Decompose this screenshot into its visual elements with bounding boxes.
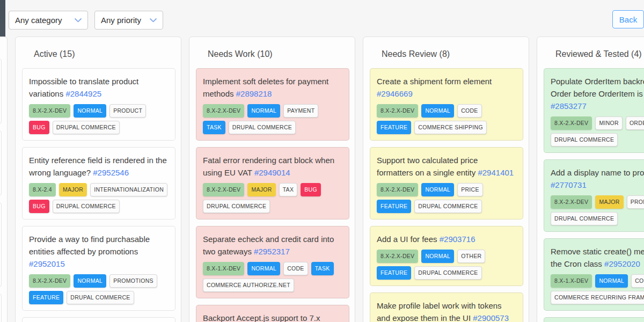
card-title: Populate OrderItem backreference to Orde… xyxy=(551,75,644,112)
issue-card[interactable]: Impossible to translate product variatio… xyxy=(22,68,175,141)
filter-category-value: Any category xyxy=(15,16,62,25)
kanban-board: Active (15)Impossible to translate produ… xyxy=(0,36,644,322)
chevron-down-icon xyxy=(150,18,157,23)
filter-priority-value: Any priority xyxy=(101,16,141,25)
issue-card[interactable]: Add a display name to promotions #277073… xyxy=(544,159,644,232)
tag-price: PRICE xyxy=(457,183,483,196)
tag-8-x-2-x-dev: 8.X-2.X-DEV xyxy=(29,274,70,288)
tag-minor: MINOR xyxy=(595,116,623,130)
card-title: Fatal error rendering cart block when us… xyxy=(203,154,342,179)
tag-list: 8.X-2.X-DEVNORMALOTHERFEATUREDRUPAL COMM… xyxy=(377,250,516,280)
issue-card[interactable]: Create a shipment form element #29466698… xyxy=(370,68,523,141)
issue-link[interactable]: #2952015 xyxy=(29,259,65,268)
tag-code: CODE xyxy=(631,274,644,288)
tag-drupal-commerce: DRUPAL COMMERCE xyxy=(551,212,618,225)
tag-8-x-2-x-dev: 8.X-2.X-DEV xyxy=(377,104,418,118)
card-title: Remove static create() method from the C… xyxy=(551,245,644,270)
tag-task: TASK xyxy=(311,262,334,275)
kanban-column-partial xyxy=(0,36,8,322)
tag-payment: PAYMENT xyxy=(283,104,318,118)
chevron-down-icon xyxy=(75,18,82,23)
tag-bug: BUG xyxy=(301,183,321,196)
tag-normal: NORMAL xyxy=(595,274,628,288)
tag-8-x-2-x-dev: 8.X-2.X-DEV xyxy=(551,195,592,209)
tag-8-x-2-x-dev: 8.X-2.X-DEV xyxy=(29,104,70,118)
issue-link[interactable]: #2946669 xyxy=(377,89,413,98)
tag-commerce-authorize-net: COMMERCE AUTHORIZE.NET xyxy=(203,279,294,292)
tag-bug: BUG xyxy=(29,200,49,213)
issue-link[interactable]: #2952317 xyxy=(254,247,290,256)
issue-card[interactable]: Support two calculated price formatters … xyxy=(370,147,523,219)
tag-list: 8.X-2.X-DEVMAJORPROMOTIONSDRUPAL COMMERC… xyxy=(551,195,644,225)
tag-code: CODE xyxy=(457,104,482,118)
issue-link[interactable]: #2900573 xyxy=(473,313,509,322)
issue-link[interactable]: #2941401 xyxy=(478,168,514,177)
tag-8-x-2-4: 8.X-2.4 xyxy=(29,183,56,196)
tag-internationalization: INTERNATIONALIZATION xyxy=(90,183,167,196)
issue-link[interactable]: #2949014 xyxy=(254,168,290,177)
tag-major: MAJOR xyxy=(595,195,623,209)
tag-product: PRODUCT xyxy=(109,104,146,118)
issue-link[interactable]: #2844925 xyxy=(65,89,101,98)
tag-major: MAJOR xyxy=(247,183,275,196)
issue-card[interactable] xyxy=(0,130,2,196)
tag-list: 8.X-2.X-DEVMINORORDERTASKDRUPAL COMMERCE xyxy=(551,116,644,147)
card-title: Separate echeck and credit card into two… xyxy=(203,233,342,258)
kanban-column-needs-work: Needs Work (10)Implement soft deletes fo… xyxy=(189,36,355,322)
issue-card[interactable]: Provide a way to find purchasable entiti… xyxy=(22,226,175,311)
column-title: Active (15) xyxy=(16,37,181,68)
issue-card[interactable]: Provide a script to install a xyxy=(544,317,644,322)
tag-task: TASK xyxy=(203,121,225,134)
tag-tax: TAX xyxy=(279,183,298,196)
tag-normal: NORMAL xyxy=(247,104,280,118)
issue-card[interactable]: Backport Accept.js support to 7.x branch… xyxy=(196,305,349,322)
issue-card[interactable]: Add branding fields to store entity xyxy=(22,317,175,322)
tag-code: CODE xyxy=(283,262,308,275)
filter-priority-select[interactable]: Any priority xyxy=(94,11,163,30)
kanban-column-needs-review: Needs Review (8)Create a shipment form e… xyxy=(363,36,529,322)
tag-list: 8.X-2.X-DEVNORMALPAYMENTTASKDRUPAL COMME… xyxy=(203,104,342,134)
tag-feature: FEATURE xyxy=(377,200,411,213)
card-title: Add a UI for fees #2903716 xyxy=(377,233,516,245)
card-title: Add a display name to promotions #277073… xyxy=(551,166,644,191)
card-title: Make profile label work with tokens and … xyxy=(377,299,516,322)
issue-card[interactable] xyxy=(0,294,2,322)
tag-normal: NORMAL xyxy=(421,183,454,196)
tag-feature: FEATURE xyxy=(377,121,411,134)
tag-major: MAJOR xyxy=(59,183,87,196)
issue-link[interactable]: #2853277 xyxy=(551,101,587,111)
issue-card[interactable]: Add a UI for fees #29037168.X-2.X-DEVNOR… xyxy=(370,226,523,286)
issue-card[interactable] xyxy=(0,202,2,287)
issue-card[interactable]: Populate OrderItem backreference to Orde… xyxy=(544,68,644,153)
issue-link[interactable]: #2903716 xyxy=(440,235,475,244)
issue-link[interactable]: #2898218 xyxy=(236,89,272,98)
issue-card[interactable] xyxy=(0,58,2,124)
card-title: Provide a way to find purchasable entiti… xyxy=(29,233,169,270)
column-title: Needs Work (10) xyxy=(189,37,355,68)
tag-drupal-commerce: DRUPAL COMMERCE xyxy=(414,266,481,280)
tag-promotions: PROMOTIONS xyxy=(627,195,644,209)
issue-card[interactable]: Separate echeck and credit card into two… xyxy=(196,226,349,298)
issue-card[interactable]: Entity reference field is rendered in th… xyxy=(22,147,175,219)
tag-8-x-1-x-dev: 8.X-1.X-DEV xyxy=(203,262,244,275)
tag-list: 8.X-1.X-DEVNORMALCODETASKCOMMERCE AUTHOR… xyxy=(203,262,342,292)
kanban-column-reviewed-tested: Reviewed & Tested (4)Populate OrderItem … xyxy=(537,36,644,322)
issue-card[interactable]: Remove static create() method from the C… xyxy=(544,238,644,311)
card-title: Create a shipment form element #2946669 xyxy=(377,75,516,100)
filter-category-select[interactable]: Any category xyxy=(9,11,88,30)
issue-link[interactable]: #2952020 xyxy=(604,259,640,268)
issue-card[interactable]: Fatal error rendering cart block when us… xyxy=(196,147,349,219)
tag-8-x-2-x-dev: 8.X-2.X-DEV xyxy=(377,183,418,196)
tag-drupal-commerce: DRUPAL COMMERCE xyxy=(551,133,618,147)
tag-list: 8.X-2.4MAJORINTERNATIONALIZATIONBUGDRUPA… xyxy=(29,183,169,213)
tag-promotions: PROMOTIONS xyxy=(109,274,157,288)
issue-link[interactable]: #2952546 xyxy=(93,168,129,177)
issue-link[interactable]: #2770731 xyxy=(551,180,587,189)
tag-normal: NORMAL xyxy=(74,104,106,118)
column-title: Needs Review (8) xyxy=(363,37,529,68)
issue-card[interactable]: Make profile label work with tokens and … xyxy=(370,292,523,322)
issue-card[interactable]: Implement soft deletes for payment metho… xyxy=(196,68,349,141)
tag-normal: NORMAL xyxy=(247,262,280,275)
tag-list: 8.X-1.X-DEVNORMALCODECOMMERCE RECURRING … xyxy=(551,274,644,304)
back-button[interactable]: Back xyxy=(612,10,644,28)
